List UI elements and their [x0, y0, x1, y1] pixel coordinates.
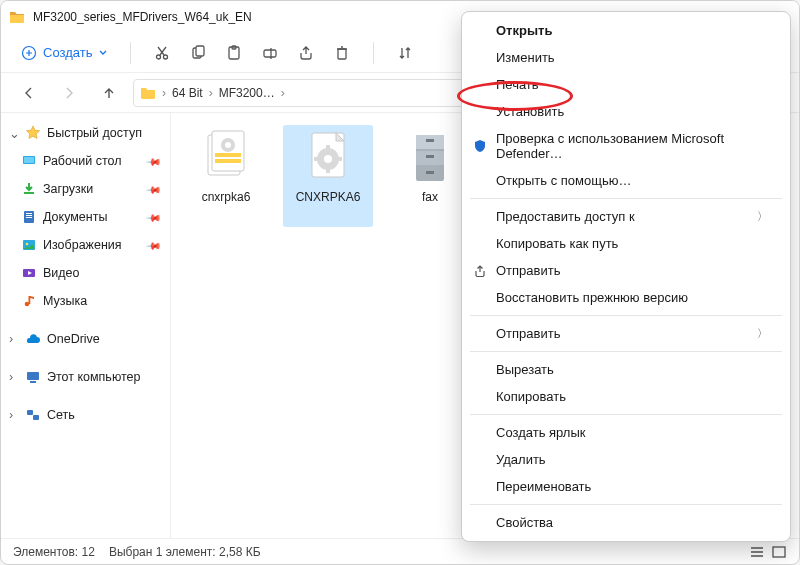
status-selection: Выбран 1 элемент: 2,58 КБ: [109, 545, 261, 559]
svg-rect-12: [24, 192, 34, 194]
context-menu-item[interactable]: Восстановить прежнюю версию: [462, 284, 790, 311]
star-icon: [25, 125, 41, 141]
context-menu-item[interactable]: Переименовать: [462, 473, 790, 500]
svg-rect-35: [326, 145, 330, 151]
context-menu-item[interactable]: Проверка с использованием Microsoft Defe…: [462, 125, 790, 167]
up-button[interactable]: [93, 79, 125, 107]
monitor-icon: [25, 369, 41, 385]
new-button-label: Создать: [43, 45, 92, 60]
svg-rect-16: [26, 217, 32, 218]
svg-rect-61: [773, 547, 785, 557]
context-menu-separator: [470, 414, 782, 415]
sidebar-network[interactable]: › Сеть: [5, 401, 166, 429]
context-menu-label: Копировать как путь: [496, 236, 618, 251]
share-button[interactable]: [297, 44, 315, 62]
cloud-icon: [25, 331, 41, 347]
file-item[interactable]: CNXRPKA6: [283, 125, 373, 227]
forward-button[interactable]: [53, 79, 85, 107]
sidebar-item-video[interactable]: Видео: [5, 259, 166, 287]
svg-rect-11: [24, 157, 34, 163]
context-menu-item[interactable]: Свойства: [462, 509, 790, 536]
back-button[interactable]: [13, 79, 45, 107]
pin-icon: 📌: [146, 237, 162, 253]
context-menu-item[interactable]: Вырезать: [462, 356, 790, 383]
pin-icon: 📌: [146, 209, 162, 225]
context-menu-label: Свойства: [496, 515, 553, 530]
context-menu-label: Отправить: [496, 263, 560, 278]
context-menu-item[interactable]: Создать ярлык: [462, 419, 790, 446]
sidebar-this-pc[interactable]: › Этот компьютер: [5, 363, 166, 391]
context-menu-item[interactable]: Отправить〉: [462, 320, 790, 347]
delete-button[interactable]: [333, 44, 351, 62]
sidebar: ⌄ Быстрый доступ Рабочий стол📌Загрузки📌Д…: [1, 113, 171, 538]
sidebar-item-music[interactable]: Музыка: [5, 287, 166, 315]
pin-icon: 📌: [146, 181, 162, 197]
copy-button[interactable]: [189, 44, 207, 62]
chevron-right-icon: 〉: [757, 209, 768, 224]
sidebar-label: Этот компьютер: [47, 370, 140, 384]
folder-icon: [140, 85, 156, 101]
breadcrumb-part[interactable]: MF3200…: [219, 86, 275, 100]
sidebar-item-desktop[interactable]: Рабочий стол📌: [5, 147, 166, 175]
context-menu-separator: [470, 351, 782, 352]
separator: [373, 42, 374, 64]
context-menu-item[interactable]: Удалить: [462, 446, 790, 473]
svg-point-18: [26, 243, 29, 246]
context-menu-item[interactable]: Открыть: [462, 17, 790, 44]
context-menu-item[interactable]: Открыть с помощью…: [462, 167, 790, 194]
context-menu-label: Открыть с помощью…: [496, 173, 631, 188]
svg-rect-38: [336, 157, 342, 161]
plus-circle-icon: [21, 45, 37, 61]
sidebar-item-label: Документы: [43, 210, 107, 224]
sidebar-item-pictures[interactable]: Изображения📌: [5, 231, 166, 259]
view-toggle[interactable]: [749, 545, 787, 559]
context-menu-item[interactable]: Копировать как путь: [462, 230, 790, 257]
svg-rect-23: [30, 381, 36, 383]
chevron-right-icon: ›: [9, 332, 19, 346]
sidebar-onedrive[interactable]: › OneDrive: [5, 325, 166, 353]
chevron-right-icon: ›: [209, 86, 213, 100]
svg-rect-8: [338, 49, 346, 59]
breadcrumb-part[interactable]: 64 Bit: [172, 86, 203, 100]
context-menu-label: Копировать: [496, 389, 566, 404]
context-menu-item[interactable]: Изменить: [462, 44, 790, 71]
sidebar-item-documents[interactable]: Документы📌: [5, 203, 166, 231]
svg-rect-15: [26, 215, 32, 216]
new-button[interactable]: Создать: [21, 45, 108, 61]
downloads-icon: [21, 181, 37, 197]
context-menu-item[interactable]: Предоставить доступ к〉: [462, 203, 790, 230]
sidebar-item-label: Изображения: [43, 238, 122, 252]
context-menu-label: Установить: [496, 104, 564, 119]
svg-rect-24: [27, 410, 33, 415]
context-menu-item[interactable]: Установить: [462, 98, 790, 125]
shield-icon: [472, 138, 488, 154]
sidebar-quick-access[interactable]: ⌄ Быстрый доступ: [5, 119, 166, 147]
context-menu-item[interactable]: Отправить: [462, 257, 790, 284]
svg-point-2: [164, 55, 168, 59]
chevron-down-icon: ⌄: [9, 126, 19, 141]
file-item[interactable]: cnxrpka6: [181, 125, 271, 227]
svg-rect-37: [314, 157, 320, 161]
network-icon: [25, 407, 41, 423]
context-menu-label: Открыть: [496, 23, 552, 38]
sidebar-item-label: Загрузки: [43, 182, 93, 196]
sort-button[interactable]: [396, 44, 414, 62]
cut-button[interactable]: [153, 44, 171, 62]
rename-button[interactable]: [261, 44, 279, 62]
context-menu-item[interactable]: Копировать: [462, 383, 790, 410]
chevron-right-icon: ›: [162, 86, 166, 100]
context-menu-label: Проверка с использованием Microsoft Defe…: [496, 131, 768, 161]
context-menu-item[interactable]: Печать: [462, 71, 790, 98]
context-menu-label: Удалить: [496, 452, 546, 467]
context-menu-separator: [470, 198, 782, 199]
context-menu-label: Вырезать: [496, 362, 554, 377]
file-thumbnail: [200, 129, 252, 187]
svg-rect-7: [264, 50, 276, 57]
paste-button[interactable]: [225, 44, 243, 62]
large-icons-view-icon: [771, 545, 787, 559]
chevron-down-icon: [98, 48, 108, 58]
sidebar-label: Сеть: [47, 408, 75, 422]
sidebar-item-downloads[interactable]: Загрузки📌: [5, 175, 166, 203]
svg-rect-44: [426, 171, 434, 174]
sidebar-label: OneDrive: [47, 332, 100, 346]
